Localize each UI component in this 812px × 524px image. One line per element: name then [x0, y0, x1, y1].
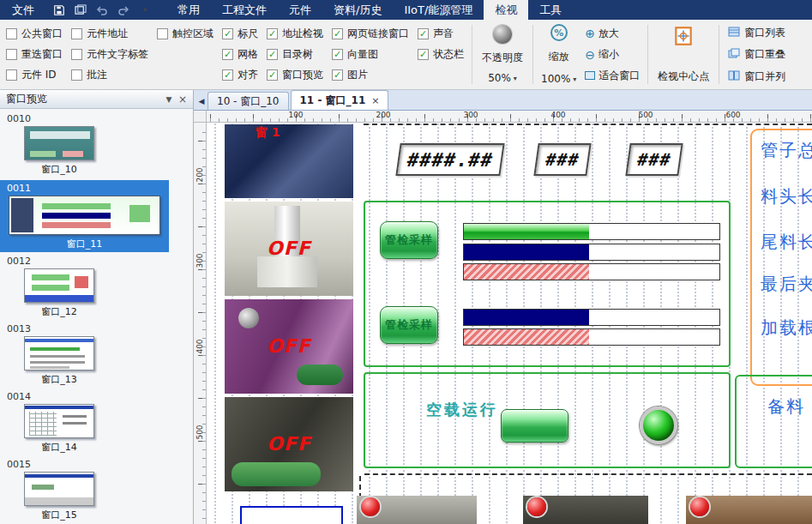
toggle-comment[interactable]: ✓批注: [71, 67, 148, 84]
toggle-address-view[interactable]: ✓地址检视: [267, 25, 323, 42]
redo-icon[interactable]: [116, 3, 131, 17]
checkbox-icon: ✓: [71, 69, 82, 81]
toggle-weblink-window[interactable]: ✓网页链接窗口: [332, 25, 409, 42]
numeric-display-1[interactable]: ####.##: [395, 143, 504, 176]
toggle-col-4: ✓标尺 ✓网格 ✓对齐: [218, 21, 262, 87]
ruler-label: 100: [288, 111, 303, 119]
bottom-photo-2[interactable]: [523, 496, 648, 524]
blue-frame-object[interactable]: [240, 506, 343, 524]
toggle-picture[interactable]: ✓图片: [332, 67, 409, 84]
window-preview-header: 窗口预览 ▼ ×: [0, 90, 193, 109]
window-overlap-label: 窗口重叠: [744, 47, 785, 62]
menu-tab-strip: 常用 工程文件 元件 资料/历史 IIoT/能源管理 检视 工具: [166, 0, 573, 20]
toggle-object-address[interactable]: ✓元件地址: [71, 25, 148, 42]
window-list-button[interactable]: 窗口列表: [728, 25, 785, 40]
toggle-col-3: ✓触控区域: [153, 21, 218, 87]
bar-navy-1[interactable]: [463, 244, 720, 261]
numeric-display-3[interactable]: ###: [625, 143, 683, 176]
bar-pink-2[interactable]: [463, 328, 720, 346]
window-list-label: 窗口列表: [744, 26, 785, 40]
toggle-statusbar[interactable]: ✓状态栏: [418, 45, 464, 63]
undo-icon[interactable]: [94, 3, 110, 17]
zoom-out-icon: ⊖: [585, 49, 595, 61]
fit-window-icon: [585, 71, 595, 80]
window-thumbnail-0011[interactable]: 0011 窗口_11: [0, 180, 169, 252]
panel-dropdown-icon[interactable]: ▼: [162, 93, 176, 106]
document-tab-window-10[interactable]: 10 - 窗口_10: [208, 92, 289, 110]
parameter-label: 管子总: [761, 139, 812, 162]
save-all-icon[interactable]: [73, 3, 88, 17]
backup-material-box[interactable]: 备料: [735, 375, 812, 468]
machine-photo-3[interactable]: OFF: [225, 299, 353, 394]
machine-photo-2[interactable]: OFF: [225, 202, 353, 296]
toggle-object-label[interactable]: ✓元件文字标签: [71, 45, 148, 63]
toolbar-caret-icon[interactable]: ▾: [137, 3, 153, 17]
file-menu-button[interactable]: 文件: [0, 0, 46, 20]
menu-tab-object[interactable]: 元件: [278, 0, 322, 20]
save-icon[interactable]: [51, 3, 67, 17]
opacity-control[interactable]: 不透明度 50%▾: [476, 21, 529, 87]
idle-run-text[interactable]: 空载运行: [426, 400, 498, 420]
menu-tab-project[interactable]: 工程文件: [211, 0, 278, 20]
toggle-ruler[interactable]: ✓标尺: [222, 25, 258, 42]
bar-green-1[interactable]: [463, 223, 720, 240]
bottom-photo-1[interactable]: [357, 496, 477, 524]
window-overlap-button[interactable]: 窗口重叠: [728, 47, 785, 63]
tab-scroll-left-icon[interactable]: ◀: [195, 93, 208, 110]
parameter-label: 最后夹: [761, 273, 812, 296]
zoom-dropdown[interactable]: % 缩放 100%▾: [541, 24, 576, 85]
checkbox-icon: ✓: [267, 69, 278, 81]
zoom-in-button[interactable]: ⊕放大: [585, 26, 640, 41]
design-canvas[interactable]: 窗 1 OFF OFF OFF ####.## ### ### 管检采样: [207, 123, 812, 524]
run-indicator-bar[interactable]: [501, 409, 568, 443]
toggle-label: 图片: [347, 68, 368, 82]
zoom-out-button[interactable]: ⊖缩小: [585, 47, 640, 63]
toggle-tree[interactable]: ✓目录树: [267, 45, 323, 63]
window-tile-button[interactable]: 窗口并列: [728, 69, 785, 84]
window-thumbnail-0012[interactable]: 0012 窗口_12: [0, 255, 193, 320]
sample-button-1[interactable]: 管检采样: [380, 221, 438, 259]
toggle-touch-area[interactable]: ✓触控区域: [157, 25, 214, 42]
bottom-photo-3[interactable]: [686, 496, 812, 524]
red-indicator-icon: [361, 497, 380, 516]
window-tile-icon: [728, 70, 740, 83]
tab-close-icon[interactable]: ×: [371, 95, 379, 106]
sample-button-2[interactable]: 管检采样: [380, 306, 438, 344]
run-led-indicator[interactable]: [640, 407, 677, 444]
toggle-window-preview[interactable]: ✓窗口预览: [267, 67, 323, 84]
machine-photo-4[interactable]: OFF: [225, 397, 353, 491]
panel-close-icon[interactable]: ×: [176, 93, 189, 106]
bar-fill: [464, 329, 589, 345]
toggle-label: 元件 ID: [21, 68, 57, 82]
toggle-common-window[interactable]: ✓公共窗口: [6, 25, 63, 42]
window-caption: 窗口_12: [24, 305, 94, 318]
menu-tab-view[interactable]: 检视: [484, 0, 528, 20]
bar-pink-1[interactable]: [463, 263, 720, 280]
zoom-out-label: 缩小: [598, 47, 619, 62]
toggle-snap[interactable]: ✓对齐: [222, 67, 258, 84]
fit-window-button[interactable]: 适合窗口: [585, 68, 640, 83]
ruler-corner: [194, 111, 207, 123]
parameter-panel-box[interactable]: 管子总 料头长 尾料长 最后夹 加载根: [750, 129, 812, 386]
toggle-overlay-window[interactable]: ✓重迭窗口: [6, 45, 63, 63]
machine-photo-1[interactable]: 窗 1: [225, 124, 353, 198]
menu-tab-iiot[interactable]: IIoT/能源管理: [393, 0, 484, 20]
menu-tab-data[interactable]: 资料/历史: [322, 0, 393, 20]
document-tab-window-11[interactable]: 11 - 窗口_11 ×: [291, 90, 389, 110]
view-center-button[interactable]: 检视中心点: [652, 21, 715, 87]
menu-tab-tool[interactable]: 工具: [528, 0, 573, 20]
window-thumbnail-0014[interactable]: 0014 窗口_14: [0, 390, 193, 455]
vertical-ruler: 200 300 400 500: [194, 123, 207, 524]
window-thumbnail-0010[interactable]: 0010 窗口_10: [0, 112, 193, 178]
toggle-object-id[interactable]: ✓元件 ID: [6, 67, 63, 84]
parameter-label: 尾料长: [761, 231, 812, 254]
toggle-sound[interactable]: ✓声音: [418, 25, 464, 42]
ribbon-view: ✓公共窗口 ✓重迭窗口 ✓元件 ID ✓元件地址 ✓元件文字标签 ✓批注 ✓触控…: [0, 20, 812, 90]
menu-tab-home[interactable]: 常用: [166, 0, 211, 20]
window-thumbnail-0015[interactable]: 0015 窗口_15: [0, 458, 193, 523]
toggle-grid[interactable]: ✓网格: [222, 45, 258, 63]
numeric-display-2[interactable]: ###: [533, 143, 591, 176]
window-thumbnail-0013[interactable]: 0013 窗口_13: [0, 322, 193, 388]
bar-navy-2[interactable]: [463, 309, 720, 326]
toggle-vector[interactable]: ✓向量图: [332, 45, 409, 63]
